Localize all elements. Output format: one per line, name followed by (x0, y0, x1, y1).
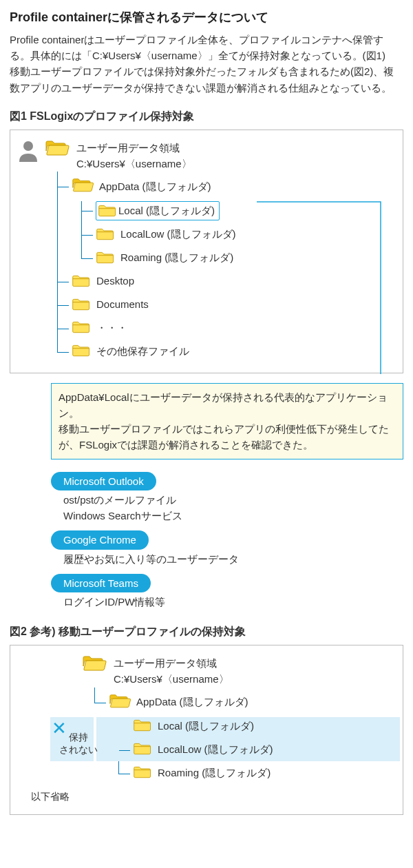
app-pill-chrome: Google Chrome (51, 530, 149, 549)
callout-text: AppData¥Localにユーザーデータが保持される代表的なアプリケーション。… (59, 389, 396, 453)
folder-closed-icon (133, 718, 153, 733)
appdata-label: AppData (隠しフォルダ) (99, 178, 211, 194)
fig2-root-label-line1: ユーザー用データ領域 (114, 655, 229, 671)
fig2-appdata-label: AppData (隠しフォルダ) (136, 694, 248, 710)
folder-closed-icon (133, 765, 153, 780)
other-label: その他保存ファイル (96, 343, 189, 359)
locallow-label: LocalLow (隠しフォルダ) (120, 226, 236, 242)
fig2-locallow-label: LocalLow (隠しフォルダ) (158, 741, 273, 757)
folder-closed-icon (96, 227, 116, 242)
folder-open-icon (109, 694, 132, 710)
root-label-line2: C:¥Users¥〈username〉 (76, 156, 192, 172)
connector-line (257, 202, 388, 381)
folder-open-icon (82, 655, 108, 673)
local-label: Local (隠しフォルダ) (118, 203, 215, 218)
fig2-diagram: ユーザー用データ領域 C:¥Users¥〈username〉 AppData (… (10, 645, 403, 815)
roaming-label: Roaming (隠しフォルダ) (120, 249, 233, 265)
folder-closed-icon (96, 250, 116, 265)
app-desc-teams: ログインID/PW情報等 (63, 594, 403, 610)
not-kept-label: 保持 されない (54, 731, 103, 756)
fig2-root-label-line2: C:¥Users¥〈username〉 (114, 671, 229, 687)
folder-closed-icon (98, 203, 118, 218)
documents-label: Documents (96, 296, 149, 312)
folder-open-icon (72, 178, 95, 194)
fig1-diagram: ユーザー用データ領域 C:¥Users¥〈username〉 AppData (… (10, 130, 403, 373)
intro-paragraph: Profile containerはユーザープロファイル全体を、プロファイルコン… (10, 32, 403, 96)
local-highlight: Local (隠しフォルダ) (96, 201, 220, 220)
fig1-heading: 図1 FSLogixのプロファイル保持対象 (10, 108, 403, 125)
app-pill-teams: Microsoft Teams (51, 574, 151, 592)
folder-closed-icon (72, 297, 92, 312)
folder-closed-icon (72, 320, 92, 335)
folder-closed-icon (133, 741, 153, 756)
folder-closed-icon (72, 273, 92, 289)
page-title: Profile containerに保管されるデータについて (10, 8, 403, 28)
app-desc-outlook: ost/pstのメールファイル Windows Searchサービス (63, 492, 403, 524)
root-label-line1: ユーザー用データ領域 (76, 140, 192, 156)
desktop-label: Desktop (96, 273, 134, 289)
apps-list: Microsoft Outlook ost/pstのメールファイル Window… (51, 469, 403, 610)
fig2-omit-label: 以下省略 (31, 789, 396, 805)
fig2-roaming-label: Roaming (隠しフォルダ) (158, 765, 271, 781)
callout-box: AppData¥Localにユーザーデータが保持される代表的なアプリケーション。… (51, 383, 403, 459)
fig2-heading: 図2 参考) 移動ユーザープロファイルの保持対象 (10, 623, 403, 641)
folder-open-icon (45, 140, 71, 158)
app-pill-outlook: Microsoft Outlook (51, 472, 156, 490)
fig2-local-label: Local (隠しフォルダ) (158, 718, 254, 734)
ellipsis-label: ・・・ (96, 320, 127, 335)
folder-closed-icon (72, 343, 92, 358)
user-icon (17, 140, 41, 165)
app-desc-chrome: 履歴やお気に入り等のユーザーデータ (63, 551, 403, 567)
